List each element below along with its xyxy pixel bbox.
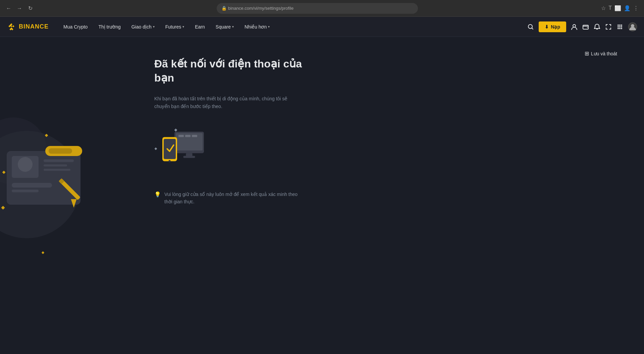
nap-label: Nạp [551, 24, 560, 30]
save-exit-button[interactable]: Lưu và thoát [585, 50, 617, 57]
nav-earn[interactable]: Earn [190, 21, 210, 32]
svg-rect-23 [44, 169, 70, 171]
hint-box: 💡 Vui lòng giữ cửa sổ này luôn mở để xem… [154, 191, 302, 206]
nav-earn-label: Earn [195, 24, 205, 30]
nav-square-label: Square [216, 24, 231, 30]
nav-right: ⬇ Nạp [527, 21, 637, 32]
main-content: Lưu và thoát Đã kết nối với điện thoại c… [0, 37, 644, 354]
account-button[interactable] [571, 23, 578, 30]
avatar-button[interactable] [628, 22, 637, 32]
nav-more-label: Nhiều hơn [245, 24, 267, 30]
svg-point-10 [621, 26, 622, 28]
svg-rect-35 [174, 129, 177, 132]
wallet-icon [582, 23, 589, 30]
svg-point-11 [618, 28, 619, 29]
avatar-icon [628, 22, 637, 32]
logo-icon [7, 22, 16, 32]
nap-button[interactable]: ⬇ Nạp [539, 21, 566, 32]
svg-rect-40 [178, 135, 184, 137]
svg-point-12 [619, 28, 621, 29]
nav-giao-dich[interactable]: Giao dịch ▾ [127, 21, 159, 32]
svg-rect-22 [44, 164, 67, 166]
hint-text: Vui lòng giữ cửa sổ này luôn mở để xem k… [164, 191, 302, 206]
svg-point-20 [18, 157, 33, 172]
profile-icon[interactable]: 👤 [624, 5, 631, 11]
url-text: binance.com/vi/my/settings/profile [228, 6, 293, 11]
lock-icon: 🔒 [221, 6, 227, 11]
svg-rect-32 [42, 251, 44, 254]
nav-futures[interactable]: Futures ▾ [161, 21, 189, 32]
content-area: Đã kết nối với điện thoại của bạn Khi bạ… [134, 37, 436, 354]
lightbulb-icon: 💡 [154, 191, 161, 198]
svg-rect-24 [12, 183, 52, 188]
back-button[interactable]: ← [5, 5, 12, 12]
logo[interactable]: BINANCE [7, 22, 49, 32]
expand-icon [605, 23, 612, 30]
nav-thi-truong[interactable]: Thị trường [94, 21, 125, 32]
page-title: Đã kết nối với điện thoại của bạn [154, 57, 322, 85]
download-icon: ⬇ [545, 24, 549, 30]
svg-rect-41 [185, 135, 191, 137]
translate-icon[interactable]: T [608, 5, 612, 11]
search-button[interactable] [527, 23, 534, 30]
svg-rect-25 [12, 190, 39, 192]
svg-line-2 [532, 28, 533, 29]
extensions-icon[interactable]: ⬜ [614, 5, 621, 11]
url-bar[interactable]: 🔒 binance.com/vi/my/settings/profile [217, 3, 418, 14]
svg-rect-42 [192, 135, 197, 137]
menu-icon[interactable]: ⋮ [633, 5, 639, 11]
refresh-button[interactable]: ↻ [27, 5, 34, 12]
forward-button[interactable]: → [16, 5, 23, 12]
fullscreen-button[interactable] [605, 23, 612, 30]
svg-point-8 [618, 26, 619, 28]
nav-futures-label: Futures [165, 24, 181, 30]
browser-toolbar: ☆ T ⬜ 👤 ⋮ [601, 5, 639, 11]
notifications-button[interactable] [594, 23, 600, 30]
svg-rect-46 [164, 139, 176, 159]
svg-point-6 [619, 24, 621, 26]
save-exit-label: Lưu và thoát [591, 51, 617, 56]
user-icon [571, 23, 578, 30]
chevron-down-icon: ▾ [182, 25, 184, 29]
chevron-down-icon: ▾ [268, 25, 270, 29]
id-verification-illustration [0, 57, 101, 258]
svg-point-7 [621, 24, 622, 26]
nav-mua-crypto[interactable]: Mua Crypto [59, 21, 92, 32]
phone-connected-svg [154, 127, 208, 170]
nav-giao-dich-label: Giao dịch [131, 24, 152, 30]
navbar: BINANCE Mua Crypto Thị trường Giao dịch … [0, 17, 644, 37]
chevron-down-icon: ▾ [232, 25, 234, 29]
svg-rect-44 [183, 156, 195, 158]
left-illustration [0, 57, 101, 258]
svg-point-13 [621, 28, 622, 29]
wallet-button[interactable] [582, 23, 589, 30]
device-illustration [154, 127, 208, 170]
svg-rect-37 [154, 147, 157, 150]
nav-mua-crypto-label: Mua Crypto [63, 24, 88, 30]
svg-point-5 [618, 24, 619, 26]
grid-button[interactable] [616, 23, 623, 30]
nav-items: Mua Crypto Thị trường Giao dịch ▾ Future… [59, 21, 527, 32]
search-icon [527, 23, 534, 30]
svg-rect-27 [49, 148, 72, 154]
bell-icon [594, 23, 600, 30]
nav-thi-truong-label: Thị trường [98, 24, 120, 30]
svg-point-9 [619, 26, 621, 28]
grid-icon [616, 23, 623, 30]
subtitle-text: Khi bạn đã hoàn tất trên thiết bị di độn… [154, 95, 302, 110]
logo-text: BINANCE [19, 23, 49, 30]
chevron-down-icon: ▾ [153, 25, 155, 29]
nav-more[interactable]: Nhiều hơn ▾ [240, 21, 274, 32]
svg-point-47 [168, 160, 170, 162]
svg-rect-21 [44, 159, 74, 162]
browser-chrome: ← → ↻ 🔒 binance.com/vi/my/settings/profi… [0, 0, 644, 17]
nav-square[interactable]: Square ▾ [211, 21, 238, 32]
svg-point-3 [573, 24, 576, 27]
star-icon[interactable]: ☆ [601, 5, 606, 11]
